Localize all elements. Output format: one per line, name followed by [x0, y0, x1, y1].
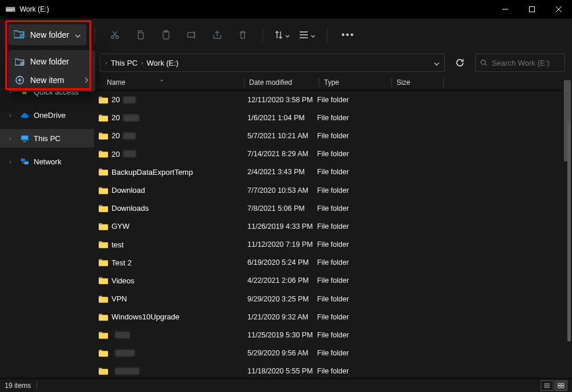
column-header-type[interactable]: Type: [324, 78, 391, 87]
table-row[interactable]: Windows10Upgrade1/21/2020 9:32 AMFile fo…: [94, 308, 563, 326]
cell-name: Videos: [98, 276, 247, 285]
cell-type: File folder: [317, 114, 384, 122]
cell-type: File folder: [317, 349, 384, 357]
table-row[interactable]: 205/7/2021 10:21 AMFile folder: [94, 127, 563, 145]
cell-name: BackupDataExportTemp: [98, 168, 247, 177]
nav-item-onedrive[interactable]: › OneDrive: [0, 106, 94, 124]
maximize-button[interactable]: [519, 0, 545, 19]
svg-rect-34: [21, 159, 25, 161]
column-header-name[interactable]: Name ˄: [94, 78, 244, 87]
cell-date: 12/11/2020 3:58 PM: [247, 96, 317, 104]
vertical-scrollbar[interactable]: [563, 74, 572, 378]
refresh-button[interactable]: [451, 53, 469, 72]
table-row[interactable]: GYW11/26/2019 4:33 PMFile folder: [94, 217, 563, 235]
nav-label: Network: [34, 157, 62, 166]
table-row[interactable]: 11/25/2019 5:30 PMFile folder: [94, 326, 563, 344]
cell-date: 9/29/2020 3:25 PM: [247, 295, 317, 303]
file-name-label: 20: [111, 95, 120, 104]
monitor-icon: [20, 135, 29, 142]
redacted-text: [123, 132, 136, 139]
plus-circle-icon: [15, 75, 24, 85]
menu-item-new-folder[interactable]: New folder: [8, 52, 95, 71]
cell-name: 20: [98, 131, 247, 140]
menu-item-new-item[interactable]: New item: [8, 71, 95, 89]
svg-point-16: [111, 36, 114, 39]
cell-type: File folder: [317, 295, 384, 303]
svg-rect-43: [558, 386, 560, 388]
chevron-right-icon: [85, 75, 88, 85]
copy-button[interactable]: [129, 23, 152, 46]
cut-button[interactable]: [103, 23, 127, 46]
svg-rect-4: [530, 7, 535, 12]
network-icon: [20, 158, 29, 166]
file-list: Name ˄ Date modified Type Size 2012/11/2…: [94, 74, 563, 378]
chevron-down-icon: [285, 30, 290, 40]
breadcrumb[interactable]: › This PC › Work (E:): [100, 53, 445, 72]
file-name-label: Download: [111, 186, 145, 195]
sort-button[interactable]: [271, 23, 293, 46]
large-icons-view-button[interactable]: [555, 380, 567, 391]
breadcrumb-seg-this-pc[interactable]: This PC: [111, 59, 138, 67]
close-button[interactable]: [545, 0, 572, 19]
statusbar: 19 items: [0, 378, 572, 392]
nav-label: OneDrive: [34, 111, 66, 120]
navigation-pane: › Quick access › OneDrive › This PC › Ne…: [0, 74, 94, 378]
file-name-label: 20: [111, 113, 120, 122]
chevron-right-icon: ›: [9, 159, 15, 165]
share-button[interactable]: [206, 23, 229, 46]
chevron-right-icon: ›: [141, 59, 143, 66]
delete-button[interactable]: [231, 23, 254, 46]
table-row[interactable]: VPN9/29/2020 3:25 PMFile folder: [94, 290, 563, 308]
cell-name: Test 2: [98, 258, 247, 267]
svg-rect-35: [24, 161, 28, 164]
cell-type: File folder: [317, 240, 384, 249]
cloud-icon: [20, 112, 29, 118]
view-button[interactable]: [296, 23, 319, 46]
table-row[interactable]: 11/18/2020 5:55 PMFile folder: [94, 362, 563, 378]
table-row[interactable]: Download7/7/2020 10:53 AMFile folder: [94, 181, 563, 199]
chevron-down-icon[interactable]: [434, 59, 440, 67]
nav-label: This PC: [34, 134, 60, 143]
cell-date: 1/6/2021 1:04 PM: [247, 114, 317, 122]
menu-item-label: New folder: [30, 57, 69, 66]
cell-type: File folder: [317, 331, 384, 339]
paste-button[interactable]: [154, 23, 178, 46]
table-row[interactable]: test11/12/2020 7:19 PMFile folder: [94, 236, 563, 254]
minimize-button[interactable]: [492, 0, 519, 19]
new-folder-button[interactable]: New folder: [8, 24, 87, 45]
column-header-size[interactable]: Size: [397, 78, 443, 87]
drive-icon: [6, 6, 15, 13]
svg-line-30: [485, 64, 487, 66]
column-header-date[interactable]: Date modified: [249, 78, 319, 87]
table-row[interactable]: Downloads7/8/2021 5:06 PMFile folder: [94, 199, 563, 217]
rename-button[interactable]: [180, 23, 203, 46]
table-row[interactable]: BackupDataExportTemp2/4/2021 3:43 PMFile…: [94, 163, 563, 181]
redacted-text: [123, 150, 136, 157]
window-controls: [492, 0, 572, 19]
table-row[interactable]: Test 26/19/2020 5:24 PMFile folder: [94, 254, 563, 272]
cell-type: File folder: [317, 258, 384, 267]
table-row[interactable]: 2012/11/2020 3:58 PMFile folder: [94, 91, 563, 109]
scrollbar-thumb[interactable]: [567, 121, 571, 341]
table-row[interactable]: 201/6/2021 1:04 PMFile folder: [94, 109, 563, 127]
more-button[interactable]: •••: [336, 30, 361, 40]
redacted-text: [123, 114, 139, 121]
svg-rect-41: [558, 383, 560, 386]
nav-item-network[interactable]: › Network: [0, 152, 94, 171]
search-box[interactable]: [475, 53, 565, 72]
file-pane: Name ˄ Date modified Type Size 2012/11/2…: [94, 74, 572, 378]
search-input[interactable]: [492, 59, 560, 67]
table-row[interactable]: 5/29/2020 9:56 AMFile folder: [94, 344, 563, 362]
table-row[interactable]: Videos4/22/2021 2:06 PMFile folder: [94, 272, 563, 290]
cell-type: File folder: [317, 168, 384, 176]
toolbar-separator: [327, 28, 328, 42]
breadcrumb-seg-work-e[interactable]: Work (E:): [147, 59, 179, 67]
new-dropdown-menu: New folder New item: [8, 50, 95, 92]
details-view-button[interactable]: [541, 380, 553, 391]
svg-rect-32: [21, 136, 28, 139]
table-row[interactable]: 207/14/2021 8:29 AMFile folder: [94, 145, 563, 163]
nav-item-this-pc[interactable]: › This PC: [0, 129, 94, 148]
redacted-text: [115, 368, 139, 375]
file-name-label: test: [111, 240, 124, 249]
cell-type: File folder: [317, 276, 384, 285]
